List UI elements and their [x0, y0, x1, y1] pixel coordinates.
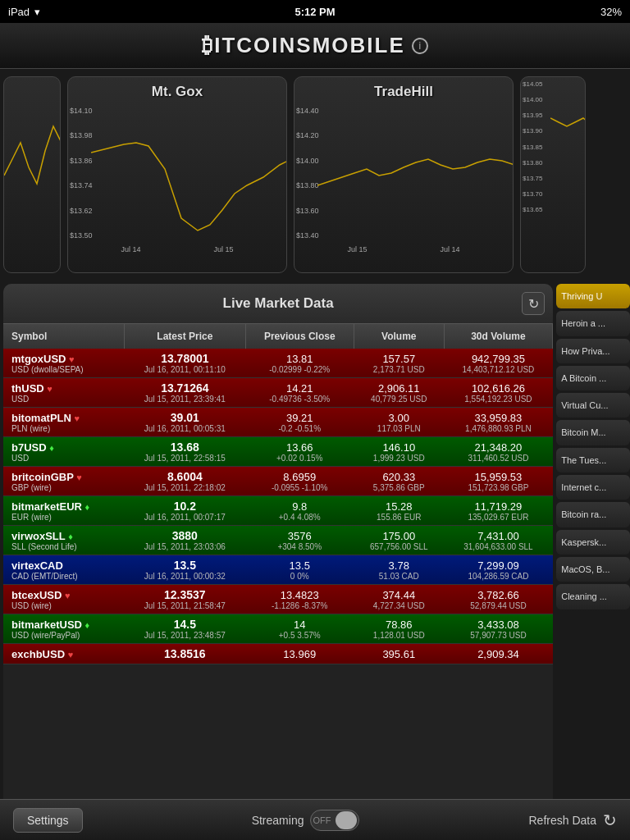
- cell-vol: 3.00 117.03 PLN: [354, 408, 444, 437]
- chart-far-svg: $14.05$14.00$13.95 $13.90$13.85$13.80 $1…: [521, 77, 585, 229]
- sidebar-item-11[interactable]: Cleaning ...: [556, 584, 630, 609]
- vol-sub: 4,727.34 USD: [358, 601, 439, 610]
- cell-prev: 14 +0.5 3.57%: [245, 614, 354, 644]
- cell-symbol: britcoinGBP ♥ GBP (wire): [3, 467, 125, 496]
- vol30-main: 21,348.20: [449, 441, 548, 454]
- mtgox-y-labels: $14.10$13.98$13.86 $13.74$13.62$13.50: [70, 103, 93, 243]
- cell-vol30: 102,616.26 1,554,192.23 USD: [444, 378, 553, 408]
- sidebar-item-7[interactable]: Internet c...: [556, 475, 630, 500]
- prev-sub: +304 8.50%: [250, 542, 349, 551]
- vol-sub: 40,779.25 USD: [358, 395, 439, 404]
- table-row: bitmarketUSD ♦ USD (wire/PayPal) 14.5 Ju…: [3, 614, 553, 644]
- cell-vol: 15.28 155.86 EUR: [354, 496, 444, 526]
- cell-prev: 8.6959 -0.0955 -1.10%: [245, 467, 354, 496]
- market-refresh-button[interactable]: ↻: [522, 292, 545, 315]
- vol-sub: 5,375.86 GBP: [358, 483, 439, 492]
- cell-price: 39.01 Jul 16, 2011, 00:05:31: [125, 408, 245, 437]
- streaming-toggle[interactable]: OFF: [310, 810, 359, 831]
- cell-price: 13.78001 Jul 16, 2011, 00:11:10: [125, 349, 245, 378]
- cell-price: 8.6004 Jul 15, 2011, 22:18:02: [125, 467, 245, 496]
- prev-sub: -0.2 -0.51%: [250, 424, 349, 433]
- vol-main: 2,906.11: [358, 382, 439, 395]
- symbol-name: bitomatPLN ♥: [11, 412, 120, 424]
- sidebar-item-6[interactable]: The Tues...: [556, 448, 630, 472]
- prev-main: 13.5: [250, 559, 349, 572]
- vol-sub: 155.86 EUR: [358, 513, 439, 522]
- price-main: 8.6004: [130, 470, 240, 483]
- status-left: iPad ▾: [8, 6, 40, 18]
- sidebar-item-2[interactable]: How Priva...: [556, 339, 630, 363]
- vol30-main: 3,433.08: [449, 619, 548, 631]
- cell-symbol: b7USD ♦ USD: [3, 437, 125, 467]
- symbol-sub: USD: [11, 395, 120, 404]
- market-table-scroll[interactable]: Symbol Latest Price Previous Close Volum…: [3, 324, 553, 664]
- vol-main: 3.00: [358, 412, 439, 424]
- chart-panel-tradehill: TradeHill $14.40$14.20$14.00 $13.80$13.6…: [294, 76, 514, 273]
- cell-price: 12.3537 Jul 15, 2011, 21:58:47: [125, 585, 245, 614]
- prev-main: 39.21: [250, 412, 349, 424]
- vol-main: 374.44: [358, 589, 439, 601]
- prev-sub: +0.4 4.08%: [250, 513, 349, 522]
- vol30-sub: 52,879.44 USD: [449, 601, 548, 610]
- info-icon[interactable]: i: [412, 38, 428, 54]
- streaming-area: Streaming OFF: [252, 810, 360, 831]
- symbol-sub: USD (wire/PayPal): [11, 631, 120, 640]
- heart-icon: ♥: [65, 591, 71, 600]
- sidebar-item-10[interactable]: MacOS, B...: [556, 557, 630, 582]
- leaf-icon: ♦: [68, 532, 73, 541]
- sidebar-item-4[interactable]: Virtual Cu...: [556, 393, 630, 418]
- table-row: btcexUSD ♥ USD (wire) 12.3537 Jul 15, 20…: [3, 585, 553, 614]
- cell-prev: 13.81 -0.02999 -0.22%: [245, 349, 354, 378]
- price-main: 13.8516: [130, 647, 240, 660]
- vol30-sub: 31,604,633.00 SLL: [449, 542, 548, 551]
- sidebar-item-1[interactable]: Heroin a ...: [556, 311, 630, 336]
- symbol-name: virtexCAD: [11, 559, 120, 572]
- col-vol: Volume: [354, 324, 444, 349]
- sidebar-item-0[interactable]: Thriving U: [556, 284, 630, 308]
- table-row: virwoxSLL ♦ SLL (Second Life) 3880 Jul 1…: [3, 526, 553, 555]
- cell-vol: 3.78 51.03 CAD: [354, 555, 444, 585]
- sidebar-item-8[interactable]: Bitcoin ra...: [556, 502, 630, 527]
- toggle-label: OFF: [313, 815, 331, 825]
- cell-price: 13.8516: [125, 644, 245, 664]
- heart-icon: ♥: [47, 384, 52, 394]
- streaming-label: Streaming: [252, 814, 304, 827]
- vol30-sub: 135,029.67 EUR: [449, 513, 548, 522]
- price-sub: Jul 16, 2011, 00:11:10: [130, 365, 240, 374]
- status-time: 5:12 PM: [294, 6, 335, 18]
- sidebar-item-3[interactable]: A Bitcoin ...: [556, 366, 630, 390]
- cell-price: 3880 Jul 15, 2011, 23:03:06: [125, 526, 245, 555]
- cell-symbol: thUSD ♥ USD: [3, 378, 125, 408]
- vol30-sub: 14,403,712.12 USD: [449, 365, 548, 374]
- symbol-sub: EUR (wire): [11, 513, 120, 522]
- cell-price: 13.5 Jul 16, 2011, 00:00:32: [125, 555, 245, 585]
- settings-button[interactable]: Settings: [13, 808, 83, 833]
- vol-main: 3.78: [358, 559, 439, 572]
- refresh-icon[interactable]: ↻: [603, 810, 617, 830]
- sidebar-item-9[interactable]: Kaspersk...: [556, 530, 630, 555]
- cell-vol30: 2,909.34: [444, 644, 553, 664]
- price-sub: Jul 15, 2011, 22:18:02: [130, 483, 240, 492]
- app-title: ₿ITCOINSMOBILE: [202, 33, 405, 58]
- heart-icon: ♥: [76, 472, 82, 482]
- vol30-main: 7,299.09: [449, 559, 548, 572]
- price-main: 13.71264: [130, 381, 240, 395]
- prev-main: 13.81: [250, 353, 349, 365]
- chart-panel-left: [3, 76, 61, 273]
- prev-main: 13.66: [250, 441, 349, 454]
- vol-main: 146.10: [358, 441, 439, 454]
- cell-vol: 78.86 1,128.01 USD: [354, 614, 444, 644]
- leaf-icon: ♦: [49, 443, 54, 453]
- symbol-name: b7USD ♦: [11, 441, 120, 454]
- sidebar-item-5[interactable]: Bitcoin M...: [556, 420, 630, 445]
- col-vol30: 30d Volume: [444, 324, 553, 349]
- leaf-icon: ♦: [85, 502, 90, 512]
- chart-title-tradehill: TradeHill: [294, 77, 513, 103]
- battery-label: 32%: [600, 6, 622, 18]
- table-row: thUSD ♥ USD 13.71264 Jul 15, 2011, 23:39…: [3, 378, 553, 408]
- toggle-knob: [336, 811, 357, 829]
- vol-main: 157.57: [358, 353, 439, 365]
- price-main: 39.01: [130, 411, 240, 424]
- prev-main: 8.6959: [250, 471, 349, 483]
- cell-symbol: bitmarketEUR ♦ EUR (wire): [3, 496, 125, 526]
